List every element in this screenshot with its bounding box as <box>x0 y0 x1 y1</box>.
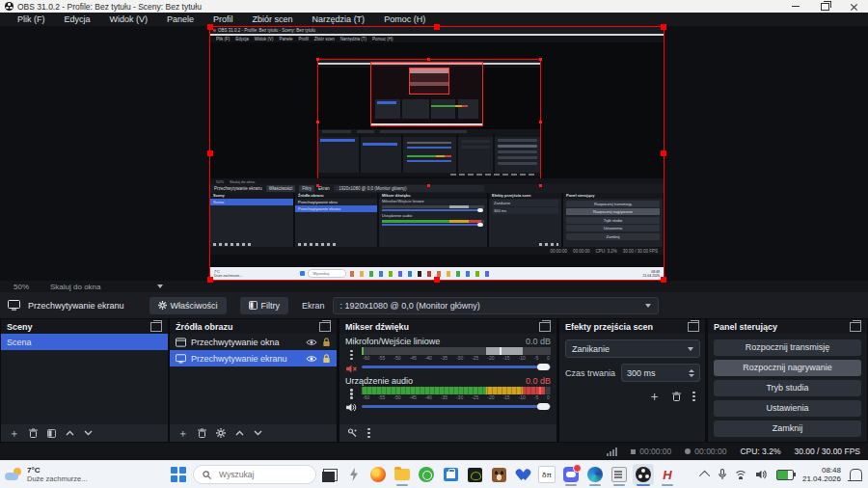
remove-source-button[interactable] <box>198 428 206 438</box>
store-icon[interactable] <box>440 464 461 485</box>
selection-handle[interactable] <box>661 277 666 283</box>
menu-item[interactable]: Edycja <box>55 13 100 26</box>
visibility-eye-icon[interactable] <box>306 339 317 346</box>
whatsapp-icon[interactable] <box>416 464 437 485</box>
volume-icon[interactable] <box>756 470 768 479</box>
popout-icon[interactable] <box>850 322 861 332</box>
mini-menu-item: Plik (F) <box>213 37 232 41</box>
move-source-up-button[interactable] <box>235 430 244 436</box>
menu-item[interactable]: Pomoc (H) <box>374 13 435 26</box>
task-view-icon[interactable] <box>319 464 340 485</box>
lock-icon[interactable] <box>322 354 331 364</box>
clock[interactable]: 08:48 21.04.2026 <box>802 466 841 484</box>
discord-icon[interactable] <box>560 464 582 485</box>
chevron-down-icon[interactable] <box>157 285 163 288</box>
close-button[interactable] <box>839 0 868 13</box>
popout-icon[interactable] <box>688 322 699 332</box>
visibility-eye-icon[interactable] <box>306 355 317 363</box>
channel-menu-kebab-icon[interactable] <box>350 388 353 401</box>
move-scene-up-button[interactable] <box>66 430 74 436</box>
explorer-icon[interactable] <box>392 464 413 485</box>
transition-select[interactable]: Zanikanie <box>565 339 700 358</box>
nvidia-icon[interactable] <box>464 464 485 485</box>
notification-bell-icon[interactable] <box>850 469 862 480</box>
add-transition-button[interactable]: ＋ <box>648 391 661 402</box>
control-button[interactable]: Zamknij <box>714 420 861 437</box>
obs-icon[interactable] <box>633 464 654 485</box>
spin-down-icon[interactable] <box>689 374 694 377</box>
start-button[interactable] <box>171 467 186 482</box>
selection-handle[interactable] <box>661 150 666 156</box>
popout-icon[interactable] <box>319 322 331 332</box>
wifi-icon[interactable] <box>735 470 747 479</box>
tray-chevron-icon[interactable] <box>699 471 710 481</box>
mini-selection-handle <box>539 121 542 123</box>
mute-speaker-icon[interactable] <box>346 365 357 373</box>
mini-control-button: Zamknij <box>566 233 660 240</box>
scene-filters-button[interactable] <box>47 429 56 438</box>
lock-icon[interactable] <box>322 338 331 347</box>
menu-item[interactable]: Plik (F) <box>8 13 55 26</box>
control-button[interactable]: Tryb studia <box>714 380 861 396</box>
minimize-button[interactable] <box>781 0 810 13</box>
selection-handle[interactable] <box>661 24 666 30</box>
battery-icon[interactable] <box>776 470 794 480</box>
h-app-icon[interactable]: H <box>657 464 678 485</box>
menu-item[interactable]: Narzędzia (T) <box>303 13 375 26</box>
popout-icon[interactable] <box>539 322 551 332</box>
search-box[interactable] <box>193 465 316 484</box>
advanced-audio-properties-button[interactable] <box>347 428 358 438</box>
control-button[interactable]: Rozpocznij nagrywanie <box>714 360 861 376</box>
mixer-menu-kebab-icon[interactable] <box>367 426 370 440</box>
move-source-down-button[interactable] <box>254 430 262 436</box>
preview-canvas-screen-capture[interactable]: OBS 31.0.2 - Profile: Bez tytułu - Sceny… <box>210 27 664 280</box>
speaker-icon[interactable] <box>346 403 357 412</box>
control-button[interactable]: Rozpocznij transmisję <box>714 339 861 356</box>
menu-item[interactable]: Panele <box>157 13 203 26</box>
search-input[interactable] <box>217 469 303 480</box>
math-app-icon[interactable]: δπ <box>536 464 557 485</box>
spin-up-icon[interactable] <box>689 369 694 372</box>
properties-button[interactable]: Właściwości <box>149 297 227 314</box>
transition-menu-kebab-icon[interactable] <box>692 390 695 403</box>
game-icon[interactable] <box>488 464 509 485</box>
move-scene-down-button[interactable] <box>84 430 93 436</box>
volume-slider-mic[interactable] <box>362 363 551 371</box>
menu-item[interactable]: Zbiór scen <box>243 13 303 26</box>
edge-icon[interactable] <box>584 464 606 485</box>
restore-button[interactable] <box>810 0 839 13</box>
firefox-icon[interactable] <box>367 464 389 485</box>
control-button[interactable]: Ustawienia <box>714 400 861 417</box>
source-properties-gear-button[interactable] <box>216 428 226 438</box>
selection-handle[interactable] <box>207 24 213 30</box>
remove-transition-button[interactable] <box>672 392 681 401</box>
add-source-button[interactable]: ＋ <box>177 428 188 439</box>
monitor-icon <box>8 300 20 311</box>
selection-handle[interactable] <box>207 150 213 156</box>
meter-tick-label: -55 <box>378 355 385 362</box>
screen-select[interactable]: : 1920x1080 @ 0,0 (Monitor główny) <box>333 297 659 314</box>
filters-button[interactable]: Filtry <box>240 297 289 314</box>
weather-widget[interactable]: 7°C Duże zachmurze... <box>5 466 149 483</box>
channel-menu-kebab-icon[interactable] <box>350 348 353 362</box>
add-scene-button[interactable]: ＋ <box>9 428 19 439</box>
heart-app-icon[interactable] <box>512 464 533 485</box>
window-capture-icon <box>176 338 186 347</box>
source-list-item[interactable]: Przechwytywanie okna <box>170 334 337 350</box>
slider-handle[interactable] <box>537 403 550 410</box>
scene-list-item[interactable]: Scena <box>1 334 168 350</box>
popout-icon[interactable] <box>150 322 162 332</box>
selection-handle[interactable] <box>434 277 440 283</box>
volume-slider-desktop[interactable] <box>362 402 551 411</box>
scale-mode-label[interactable]: Skaluj do okna <box>50 283 100 291</box>
remove-scene-button[interactable] <box>29 428 38 438</box>
selection-handle[interactable] <box>434 24 440 30</box>
selection-handle[interactable] <box>207 277 213 283</box>
duration-spinbox[interactable]: 300 ms <box>621 364 700 382</box>
slider-handle[interactable] <box>537 364 550 370</box>
document-app-icon[interactable] <box>609 464 630 485</box>
mic-icon[interactable] <box>719 469 726 480</box>
source-list-item[interactable]: Przechwytywanie ekranu <box>170 350 337 366</box>
menu-item[interactable]: Widok (V) <box>100 13 158 26</box>
lightning-icon[interactable] <box>343 464 365 485</box>
